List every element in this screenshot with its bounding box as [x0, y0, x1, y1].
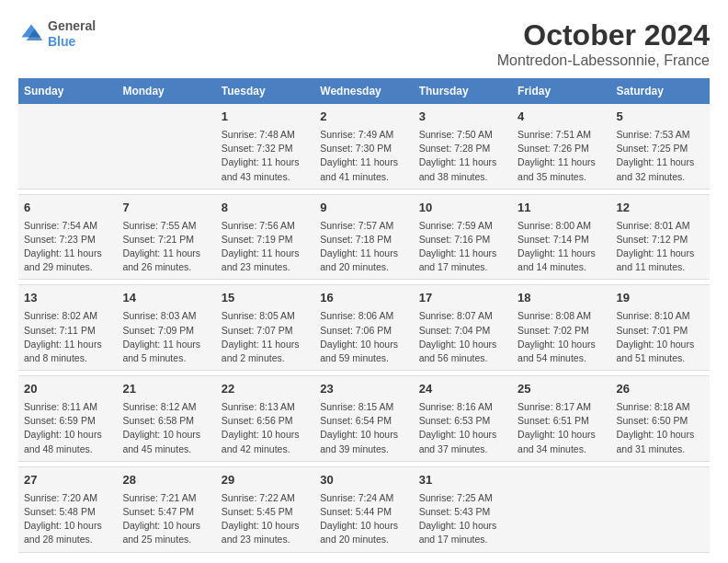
- logo-icon: [18, 21, 44, 47]
- calendar-cell: 17Sunrise: 8:07 AMSunset: 7:04 PMDayligh…: [414, 285, 512, 371]
- day-number: 22: [222, 381, 309, 398]
- calendar-cell: 21Sunrise: 8:12 AMSunset: 6:58 PMDayligh…: [117, 376, 215, 462]
- calendar-header: SundayMondayTuesdayWednesdayThursdayFrid…: [18, 78, 710, 104]
- day-number: 6: [24, 200, 111, 217]
- calendar-cell: 9Sunrise: 7:57 AMSunset: 7:18 PMDaylight…: [314, 194, 413, 280]
- cell-info: Sunrise: 7:56 AMSunset: 7:19 PMDaylight:…: [222, 219, 309, 275]
- cell-info: Sunrise: 8:13 AMSunset: 6:56 PMDaylight:…: [222, 400, 309, 456]
- day-number: 16: [320, 290, 407, 307]
- day-number: 17: [419, 290, 506, 307]
- calendar-body: 1Sunrise: 7:48 AMSunset: 7:32 PMDaylight…: [18, 104, 710, 552]
- calendar-cell: [18, 104, 117, 189]
- day-number: 14: [122, 290, 210, 307]
- cell-info: Sunrise: 8:16 AMSunset: 6:53 PMDaylight:…: [419, 400, 506, 456]
- calendar-cell: 18Sunrise: 8:08 AMSunset: 7:02 PMDayligh…: [512, 285, 610, 371]
- logo-line1: General: [48, 18, 96, 34]
- header-day: Friday: [512, 78, 610, 104]
- day-number: 4: [518, 109, 605, 126]
- cell-info: Sunrise: 7:24 AMSunset: 5:44 PMDaylight:…: [320, 491, 407, 547]
- calendar-cell: 8Sunrise: 7:56 AMSunset: 7:19 PMDaylight…: [216, 194, 314, 280]
- logo: General Blue: [18, 18, 96, 50]
- calendar-cell: 26Sunrise: 8:18 AMSunset: 6:50 PMDayligh…: [611, 376, 710, 462]
- cell-info: Sunrise: 8:12 AMSunset: 6:58 PMDaylight:…: [122, 400, 210, 456]
- day-number: 31: [419, 472, 506, 489]
- cell-info: Sunrise: 7:20 AMSunset: 5:48 PMDaylight:…: [24, 491, 111, 547]
- day-number: 7: [122, 200, 210, 217]
- cell-info: Sunrise: 8:07 AMSunset: 7:04 PMDaylight:…: [419, 309, 506, 365]
- calendar-cell: 19Sunrise: 8:10 AMSunset: 7:01 PMDayligh…: [611, 285, 710, 371]
- day-number: 8: [222, 200, 309, 217]
- day-number: 27: [24, 472, 111, 489]
- calendar-cell: 12Sunrise: 8:01 AMSunset: 7:12 PMDayligh…: [611, 194, 710, 280]
- page-header: General Blue October 2024 Montredon-Labe…: [18, 18, 710, 69]
- cell-info: Sunrise: 8:00 AMSunset: 7:14 PMDaylight:…: [518, 219, 605, 275]
- calendar-cell: 31Sunrise: 7:25 AMSunset: 5:43 PMDayligh…: [414, 466, 512, 552]
- calendar-cell: 1Sunrise: 7:48 AMSunset: 7:32 PMDaylight…: [216, 104, 314, 189]
- calendar-title: October 2024: [497, 18, 710, 52]
- calendar-cell: 23Sunrise: 8:15 AMSunset: 6:54 PMDayligh…: [314, 376, 413, 462]
- calendar-cell: 30Sunrise: 7:24 AMSunset: 5:44 PMDayligh…: [314, 466, 413, 552]
- day-number: 19: [617, 290, 704, 307]
- cell-info: Sunrise: 7:21 AMSunset: 5:47 PMDaylight:…: [122, 491, 210, 547]
- day-number: 29: [222, 472, 309, 489]
- cell-info: Sunrise: 7:49 AMSunset: 7:30 PMDaylight:…: [320, 128, 407, 184]
- logo-text: General Blue: [48, 18, 96, 50]
- day-number: 2: [320, 109, 407, 126]
- cell-info: Sunrise: 7:50 AMSunset: 7:28 PMDaylight:…: [419, 128, 506, 184]
- day-number: 13: [24, 290, 111, 307]
- calendar-cell: 6Sunrise: 7:54 AMSunset: 7:23 PMDaylight…: [18, 194, 117, 280]
- calendar-cell: 16Sunrise: 8:06 AMSunset: 7:06 PMDayligh…: [314, 285, 413, 371]
- header-day: Thursday: [414, 78, 512, 104]
- cell-info: Sunrise: 8:01 AMSunset: 7:12 PMDaylight:…: [617, 219, 704, 275]
- calendar-week-row: 27Sunrise: 7:20 AMSunset: 5:48 PMDayligh…: [18, 466, 710, 552]
- calendar-cell: 25Sunrise: 8:17 AMSunset: 6:51 PMDayligh…: [512, 376, 610, 462]
- day-number: 1: [222, 109, 309, 126]
- cell-info: Sunrise: 7:59 AMSunset: 7:16 PMDaylight:…: [419, 219, 506, 275]
- cell-info: Sunrise: 7:57 AMSunset: 7:18 PMDaylight:…: [320, 219, 407, 275]
- day-number: 18: [518, 290, 605, 307]
- header-day: Wednesday: [314, 78, 413, 104]
- calendar-week-row: 13Sunrise: 8:02 AMSunset: 7:11 PMDayligh…: [18, 285, 710, 371]
- calendar-cell: 10Sunrise: 7:59 AMSunset: 7:16 PMDayligh…: [414, 194, 512, 280]
- calendar-week-row: 6Sunrise: 7:54 AMSunset: 7:23 PMDaylight…: [18, 194, 710, 280]
- cell-info: Sunrise: 8:18 AMSunset: 6:50 PMDaylight:…: [617, 400, 704, 456]
- cell-info: Sunrise: 7:25 AMSunset: 5:43 PMDaylight:…: [419, 491, 506, 547]
- header-day: Sunday: [18, 78, 117, 104]
- calendar-cell: 15Sunrise: 8:05 AMSunset: 7:07 PMDayligh…: [216, 285, 314, 371]
- calendar-cell: 20Sunrise: 8:11 AMSunset: 6:59 PMDayligh…: [18, 376, 117, 462]
- cell-info: Sunrise: 7:54 AMSunset: 7:23 PMDaylight:…: [24, 219, 111, 275]
- cell-info: Sunrise: 8:06 AMSunset: 7:06 PMDaylight:…: [320, 309, 407, 365]
- cell-info: Sunrise: 7:48 AMSunset: 7:32 PMDaylight:…: [222, 128, 309, 184]
- calendar-cell: 14Sunrise: 8:03 AMSunset: 7:09 PMDayligh…: [117, 285, 215, 371]
- day-number: 25: [518, 381, 605, 398]
- day-number: 10: [419, 200, 506, 217]
- cell-info: Sunrise: 8:05 AMSunset: 7:07 PMDaylight:…: [222, 309, 309, 365]
- day-number: 11: [518, 200, 605, 217]
- header-day: Monday: [117, 78, 215, 104]
- calendar-table: SundayMondayTuesdayWednesdayThursdayFrid…: [18, 78, 710, 553]
- day-number: 21: [122, 381, 210, 398]
- day-number: 23: [320, 381, 407, 398]
- header-day: Saturday: [611, 78, 710, 104]
- cell-info: Sunrise: 8:02 AMSunset: 7:11 PMDaylight:…: [24, 309, 111, 365]
- day-number: 20: [24, 381, 111, 398]
- calendar-subtitle: Montredon-Labessonnie, France: [497, 52, 710, 69]
- cell-info: Sunrise: 8:17 AMSunset: 6:51 PMDaylight:…: [518, 400, 605, 456]
- calendar-cell: 2Sunrise: 7:49 AMSunset: 7:30 PMDaylight…: [314, 104, 413, 189]
- day-number: 3: [419, 109, 506, 126]
- cell-info: Sunrise: 8:03 AMSunset: 7:09 PMDaylight:…: [122, 309, 210, 365]
- calendar-cell: 22Sunrise: 8:13 AMSunset: 6:56 PMDayligh…: [216, 376, 314, 462]
- calendar-cell: [512, 466, 610, 552]
- calendar-cell: 5Sunrise: 7:53 AMSunset: 7:25 PMDaylight…: [611, 104, 710, 189]
- cell-info: Sunrise: 8:15 AMSunset: 6:54 PMDaylight:…: [320, 400, 407, 456]
- cell-info: Sunrise: 8:08 AMSunset: 7:02 PMDaylight:…: [518, 309, 605, 365]
- calendar-week-row: 1Sunrise: 7:48 AMSunset: 7:32 PMDaylight…: [18, 104, 710, 189]
- day-number: 5: [617, 109, 704, 126]
- calendar-cell: 29Sunrise: 7:22 AMSunset: 5:45 PMDayligh…: [216, 466, 314, 552]
- calendar-cell: 28Sunrise: 7:21 AMSunset: 5:47 PMDayligh…: [117, 466, 215, 552]
- calendar-cell: 7Sunrise: 7:55 AMSunset: 7:21 PMDaylight…: [117, 194, 215, 280]
- cell-info: Sunrise: 8:10 AMSunset: 7:01 PMDaylight:…: [617, 309, 704, 365]
- calendar-cell: [117, 104, 215, 189]
- logo-line2: Blue: [48, 34, 96, 50]
- day-number: 26: [617, 381, 704, 398]
